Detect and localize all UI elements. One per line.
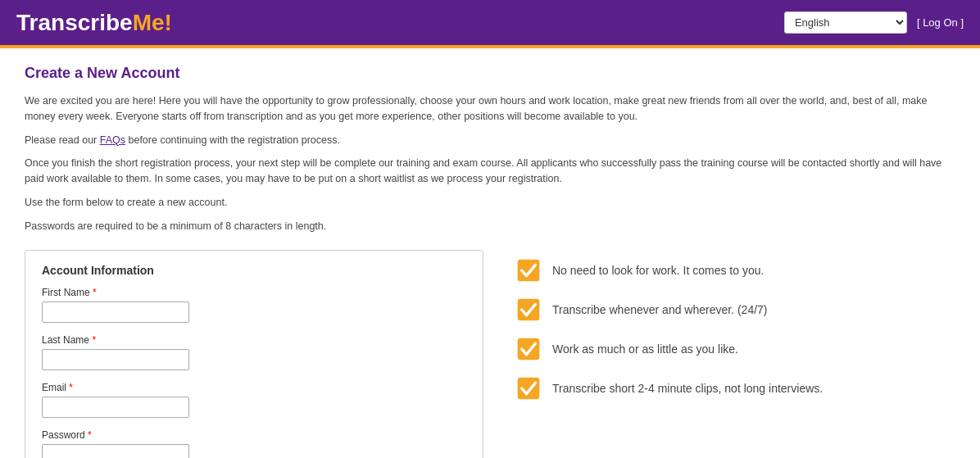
page-title: Create a New Account bbox=[25, 65, 955, 82]
first-name-required: * bbox=[93, 287, 97, 298]
last-name-input[interactable] bbox=[42, 349, 189, 370]
benefit-text-2: Transcribe whenever and wherever. (24/7) bbox=[552, 303, 768, 316]
email-field-group: Email * bbox=[42, 382, 466, 418]
intro-paragraph-4: Use the form below to create a new accou… bbox=[25, 195, 955, 211]
form-section-title: Account Information bbox=[42, 264, 466, 277]
benefit-item-2: Transcribe whenever and wherever. (24/7) bbox=[516, 297, 955, 322]
benefit-text-1: No need to look for work. It comes to yo… bbox=[552, 264, 764, 277]
language-select[interactable]: English Spanish French German bbox=[784, 11, 907, 34]
intro-paragraph-3: Once you finish the short registration p… bbox=[25, 156, 955, 187]
email-required: * bbox=[69, 382, 73, 393]
password-label: Password * bbox=[42, 429, 466, 441]
site-header: Transcribe Me! English Spanish French Ge… bbox=[0, 0, 980, 45]
email-input[interactable] bbox=[42, 397, 189, 418]
intro-paragraph-1: We are excited you are here! Here you wi… bbox=[25, 93, 955, 125]
last-name-required: * bbox=[92, 334, 96, 346]
checkmark-icon-3 bbox=[516, 337, 541, 361]
password-field-group: Password * bbox=[42, 429, 466, 458]
first-name-input[interactable] bbox=[42, 302, 189, 323]
last-name-label: Last Name * bbox=[42, 334, 466, 346]
benefit-text-3: Work as much or as little as you like. bbox=[552, 342, 738, 356]
password-input[interactable] bbox=[42, 444, 189, 458]
intro-paragraph-5: Passwords are required to be a minimum o… bbox=[25, 219, 955, 234]
benefit-item-3: Work as much or as little as you like. bbox=[516, 337, 955, 361]
checkmark-icon-4 bbox=[516, 376, 541, 401]
faq-link[interactable]: FAQs bbox=[100, 134, 125, 146]
header-right: English Spanish French German [ Log On ] bbox=[784, 11, 964, 34]
logo-transcribe-text: Transcribe bbox=[16, 10, 133, 36]
password-required: * bbox=[88, 429, 92, 441]
benefit-item-1: No need to look for work. It comes to yo… bbox=[516, 258, 955, 283]
form-and-benefits: Account Information First Name * Last Na… bbox=[25, 250, 955, 458]
first-name-label: First Name * bbox=[42, 287, 466, 298]
benefit-text-4: Transcribe short 2-4 minute clips, not l… bbox=[552, 382, 823, 395]
benefit-item-4: Transcribe short 2-4 minute clips, not l… bbox=[516, 376, 955, 401]
login-link[interactable]: [ Log On ] bbox=[917, 16, 964, 29]
last-name-field-group: Last Name * bbox=[42, 334, 466, 370]
checkmark-icon-2 bbox=[516, 297, 541, 322]
logo-me-text: Me! bbox=[133, 10, 172, 36]
first-name-field-group: First Name * bbox=[42, 287, 466, 323]
main-content: Create a New Account We are excited you … bbox=[0, 48, 980, 458]
email-label: Email * bbox=[42, 382, 466, 393]
benefits-list: No need to look for work. It comes to yo… bbox=[516, 250, 955, 458]
intro-paragraph-2: Please read our FAQs before continuing w… bbox=[25, 133, 955, 148]
checkmark-icon-1 bbox=[516, 258, 541, 283]
account-form: Account Information First Name * Last Na… bbox=[25, 250, 483, 458]
logo: Transcribe Me! bbox=[16, 10, 172, 36]
